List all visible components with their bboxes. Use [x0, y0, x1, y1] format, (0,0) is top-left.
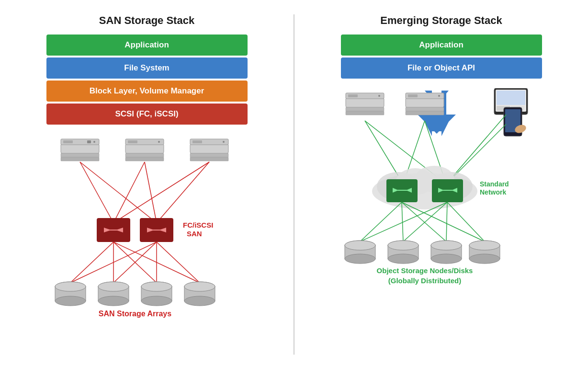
svg-point-12 [158, 141, 160, 143]
svg-point-125 [431, 241, 462, 250]
svg-text:Standard: Standard [480, 180, 509, 188]
san-panel: SAN Storage Stack Application File Syste… [10, 10, 284, 359]
svg-point-117 [345, 241, 375, 250]
san-diagram-svg: FC/iSCSI SAN [46, 134, 248, 321]
svg-rect-13 [190, 144, 228, 153]
svg-point-57 [184, 296, 215, 306]
svg-point-120 [388, 254, 418, 264]
san-layer-scsi: SCSI (FC, iSCSI) [46, 104, 248, 125]
svg-text:SAN Storage Arrays: SAN Storage Arrays [98, 310, 171, 318]
emerging-layer-fileobject: File or Object API [341, 58, 542, 79]
svg-rect-4 [63, 140, 73, 143]
svg-point-124 [431, 254, 462, 264]
svg-rect-67 [497, 91, 525, 105]
svg-rect-3 [61, 157, 99, 161]
svg-text:Object Storage Nodes/Disks: Object Storage Nodes/Disks [376, 266, 473, 275]
svg-rect-81 [406, 107, 444, 111]
svg-line-23 [113, 162, 209, 223]
svg-rect-79 [406, 98, 444, 107]
svg-rect-16 [190, 157, 228, 161]
main-container: SAN Storage Stack Application File Syste… [0, 0, 588, 369]
svg-rect-73 [346, 98, 384, 107]
san-layer-application: Application [46, 35, 248, 56]
svg-rect-5 [87, 140, 91, 143]
svg-point-78 [378, 95, 380, 97]
svg-point-49 [98, 296, 129, 306]
svg-rect-75 [346, 107, 384, 111]
emerging-layer-application: Application [341, 35, 542, 56]
svg-point-58 [184, 282, 215, 291]
svg-point-121 [388, 241, 418, 250]
svg-point-84 [438, 95, 440, 97]
svg-point-45 [55, 296, 86, 306]
san-layer-block: Block Layer, Volume Manager [46, 81, 248, 102]
svg-rect-83 [408, 94, 418, 97]
svg-rect-10 [125, 157, 164, 161]
svg-point-53 [141, 296, 172, 306]
san-title: SAN Storage Stack [99, 14, 194, 27]
svg-point-54 [141, 282, 172, 291]
svg-rect-0 [61, 144, 99, 153]
svg-line-24 [157, 162, 209, 223]
svg-point-46 [55, 282, 86, 291]
svg-line-112 [446, 202, 447, 242]
svg-rect-7 [125, 144, 164, 153]
emerging-title: Emerging Storage Stack [380, 14, 502, 27]
svg-point-128 [469, 254, 500, 264]
svg-line-22 [145, 162, 157, 223]
emerging-panel: Emerging Storage Stack Application File … [304, 10, 578, 359]
svg-rect-2 [61, 153, 99, 157]
svg-rect-82 [406, 111, 444, 115]
svg-line-42 [157, 242, 200, 283]
panel-divider [294, 14, 294, 355]
svg-point-18 [223, 141, 225, 143]
svg-rect-9 [125, 153, 164, 157]
svg-line-113 [447, 202, 485, 242]
svg-rect-76 [346, 111, 384, 115]
svg-point-129 [469, 241, 500, 250]
svg-text:(Globally Distributed): (Globally Distributed) [388, 277, 461, 285]
svg-rect-15 [190, 153, 228, 157]
san-stack-layers: Application File System Block Layer, Vol… [46, 35, 248, 125]
svg-line-110 [360, 202, 447, 242]
svg-rect-17 [192, 140, 202, 143]
emerging-stack-layers: Application File or Object API [341, 35, 542, 79]
svg-text:SAN: SAN [187, 230, 202, 238]
svg-rect-11 [128, 140, 137, 143]
emerging-diagram-svg: Standard Network [336, 88, 547, 289]
svg-text:FC/iSCSI: FC/iSCSI [183, 221, 213, 229]
svg-point-50 [98, 282, 129, 291]
svg-line-19 [80, 162, 113, 223]
emerging-diagram-area: Standard Network [336, 88, 547, 355]
svg-point-116 [345, 254, 375, 264]
svg-point-6 [93, 141, 95, 143]
svg-text:Network: Network [480, 188, 506, 196]
san-diagram-area: FC/iSCSI SAN [42, 134, 252, 355]
san-layer-filesystem: File System [46, 58, 248, 79]
svg-rect-77 [348, 94, 358, 97]
svg-line-106 [360, 202, 402, 242]
svg-line-35 [70, 242, 113, 283]
